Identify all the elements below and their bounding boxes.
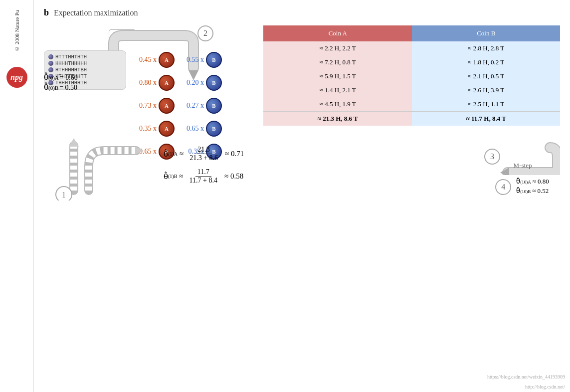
- table-row-2: ≈ 5.9 H, 1.5 T ≈ 2.1 H, 0.5 T: [263, 69, 560, 83]
- final-theta-B: θ̂ (10) B ≈ 0.52: [516, 187, 549, 195]
- header-coin-b: Coin B: [412, 25, 560, 41]
- left-bar: © 2008 Nature Pu npg: [0, 0, 34, 392]
- cell-b-1: ≈ 1.8 H, 0.2 T: [412, 55, 560, 69]
- watermark2: https://blog.csdn.net/weixin_44193909: [487, 374, 565, 380]
- formula-A-result: ≈ 0.71: [225, 150, 244, 158]
- cell-a-4: ≈ 4.5 H, 1.9 T: [263, 97, 412, 112]
- final-B-val: ≈ 0.52: [532, 187, 549, 195]
- cell-b-3: ≈ 2.6 H, 3.9 T: [412, 83, 560, 97]
- cell-b-2: ≈ 2.1 H, 0.5 T: [412, 69, 560, 83]
- svg-text:1: 1: [62, 191, 66, 199]
- theta-B-init: θ̂ (0) B = 0.50: [44, 83, 78, 92]
- cell-b-4: ≈ 2.5 H, 1.1 T: [412, 97, 560, 112]
- coin-A-0: A: [159, 52, 175, 68]
- coin-row-1: HHHHTHHHHH: [46, 60, 124, 66]
- cell-a-2: ≈ 5.9 H, 1.5 T: [263, 69, 412, 83]
- coin-B-3: B: [206, 121, 222, 137]
- formula-B-den: 11.7 + 8.4: [188, 177, 219, 185]
- watermark1: http://blog.csdn.net/: [525, 384, 565, 390]
- mult-red-1: 0.80 x: [131, 79, 159, 87]
- coin-B-1: B: [206, 75, 222, 91]
- table-row-4: ≈ 4.5 H, 1.9 T ≈ 2.5 H, 1.1 T: [263, 97, 560, 112]
- mult-red-0: 0.45 x: [131, 56, 159, 64]
- cell-a-0: ≈ 2.2 H, 2.2 T: [263, 41, 412, 55]
- table-area: Coin A Coin B ≈ 2.2 H, 2.2 T ≈ 2.8 H, 2.…: [263, 25, 560, 126]
- coin-A-3: A: [159, 121, 175, 137]
- coin-A-2: A: [159, 98, 175, 114]
- mult-red-2: 0.73 x: [131, 102, 159, 110]
- em-table: Coin A Coin B ≈ 2.2 H, 2.2 T ≈ 2.8 H, 2.…: [263, 25, 560, 126]
- circle-3: 3: [484, 149, 500, 165]
- theta-labels: θ̂ (0) A = 0.60 θ̂ (0) B = 0.50: [44, 73, 78, 93]
- table-row-total: ≈ 21.3 H, 8.6 T ≈ 11.7 H, 8.4 T: [263, 112, 560, 126]
- formula-A-num: 21.3: [195, 146, 212, 154]
- seq-0: HTTTHHTHTH: [55, 54, 87, 60]
- section-title: Expectation maximization: [54, 8, 138, 17]
- main-content: b Expectation maximization E-step 2: [34, 0, 570, 392]
- cell-a-1: ≈ 7.2 H, 0.8 T: [263, 55, 412, 69]
- table-row-3: ≈ 1.4 H, 2.1 T ≈ 2.6 H, 3.9 T: [263, 83, 560, 97]
- mult-blue-1: 0.20 x: [179, 79, 206, 87]
- mult-row-2: 0.73 x A 0.27 x B: [131, 96, 251, 115]
- coin-row-2: HTHHHHHTBH: [46, 67, 124, 73]
- mult-blue-2: 0.27 x: [179, 102, 206, 110]
- final-theta-A: θ̂ (10) A ≈ 0.80: [516, 178, 549, 186]
- cell-b-0: ≈ 2.8 H, 2.8 T: [412, 41, 560, 55]
- cell-a-3: ≈ 1.4 H, 2.1 T: [263, 83, 412, 97]
- header: b Expectation maximization: [44, 7, 560, 18]
- seq-2: HTHHHHHTBH: [55, 67, 87, 73]
- section-label: b: [44, 7, 49, 18]
- top-section: E-step 2: [44, 25, 560, 126]
- mult-row-1: 0.80 x A 0.20 x B: [131, 73, 251, 92]
- final-thetas: θ̂ (10) A ≈ 0.80 θ̂ (10) B ≈ 0.52: [516, 178, 549, 196]
- theta-A-init: θ̂ (0) A = 0.60: [44, 73, 78, 82]
- circle-4: 4: [495, 179, 511, 195]
- formula-B-frac: 11.7 11.7 + 8.4: [188, 168, 219, 185]
- formula-section: θ̂ (1) A ≈ 21.3 21.3 + 8.6 ≈ 0.71 θ̂ (1)…: [154, 146, 474, 191]
- formula-A: θ̂ (1) A ≈ 21.3 21.3 + 8.6 ≈ 0.71: [164, 146, 464, 162]
- dashed-arrows-svg: 1: [44, 136, 144, 200]
- bottom-left: 1: [44, 136, 144, 200]
- table-row-1: ≈ 7.2 H, 0.8 T ≈ 1.8 H, 0.2 T: [263, 55, 560, 69]
- svg-text:M-step: M-step: [514, 162, 532, 169]
- coin-dot-2: [48, 67, 53, 72]
- coin-row-0: HTTTHHTHTH: [46, 54, 124, 60]
- coin-B-0: B: [206, 52, 222, 68]
- total-b: ≈ 11.7 H, 8.4 T: [412, 112, 560, 126]
- coin-B-2: B: [206, 98, 222, 114]
- final-A-val: ≈ 0.80: [533, 178, 549, 186]
- mult-blue-3: 0.65 x: [179, 125, 206, 133]
- mult-row-0: 0.45 x A 0.55 x B: [131, 50, 251, 69]
- table-row-0: ≈ 2.2 H, 2.2 T ≈ 2.8 H, 2.8 T: [263, 41, 560, 55]
- svg-marker-6: [69, 138, 79, 147]
- coin-dot-0: [48, 54, 53, 59]
- mult-blue-0: 0.55 x: [179, 56, 206, 64]
- header-coin-a: Coin A: [263, 25, 412, 41]
- formula-A-den: 21.3 + 8.6: [188, 154, 220, 162]
- copyright-text: © 2008 Nature Pu: [14, 10, 20, 52]
- mstep-section: 3 M-step 4: [484, 140, 560, 196]
- mult-red-3: 0.35 x: [131, 125, 159, 133]
- total-a: ≈ 21.3 H, 8.6 T: [263, 112, 412, 126]
- mstep-arrow: M-step: [500, 140, 560, 175]
- coin-A-1: A: [159, 75, 175, 91]
- npg-logo: npg: [6, 67, 27, 88]
- bottom-section: 1 θ̂ (1) A ≈ 21.3 21.3 + 8.6 ≈ 0.71 θ̂ (…: [44, 136, 560, 200]
- diagram-area: E-step 2: [44, 25, 253, 98]
- seq-1: HHHHTHHHHH: [55, 60, 87, 66]
- formula-B-result: ≈ 0.58: [224, 172, 243, 181]
- formula-A-frac: 21.3 21.3 + 8.6: [188, 146, 220, 162]
- coin-dot-1: [48, 61, 53, 66]
- formula-B-num: 11.7: [195, 168, 211, 177]
- formula-B: θ̂ (1) B ≈ 11.7 11.7 + 8.4 ≈ 0.58: [164, 168, 464, 185]
